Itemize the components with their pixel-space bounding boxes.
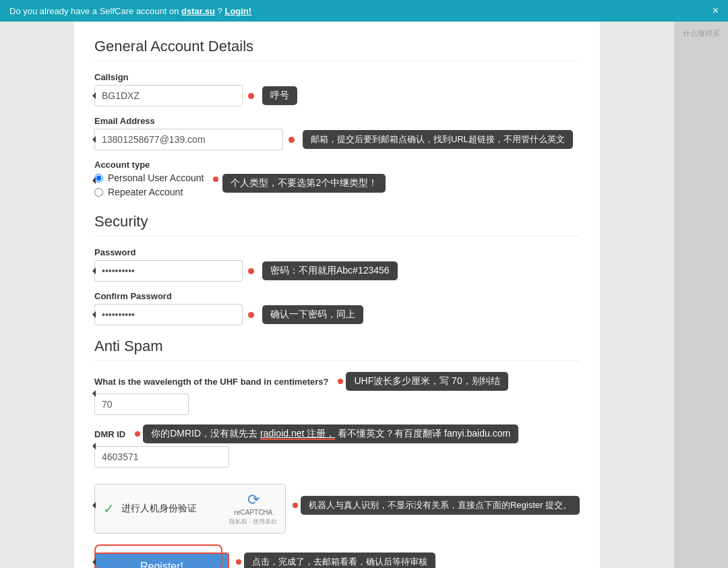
dmr-required-dot [135,431,140,437]
email-input[interactable] [94,129,283,150]
captcha-check-icon: ✓ [103,501,115,517]
general-section-title: General Account Details [94,38,580,61]
captcha-widget[interactable]: ✓ 进行人机身份验证 ⟳ reCAPTCHA 隐私权 - 使用条款 [94,484,286,534]
dmr-input[interactable] [94,446,229,468]
callsign-required-dot [248,93,254,99]
register-required-dot [236,559,241,565]
register-button[interactable]: Register! [94,553,229,568]
uhf-input[interactable] [94,393,189,415]
dmr-field-group: DMR ID 你的DMRID，没有就先去 radioid.net 注册， 看不懂… [94,424,580,468]
captcha-logo: ⟳ reCAPTCHA 隐私权 - 使用条款 [229,491,277,526]
security-section-title: Security [94,213,580,236]
dmr-label: DMR ID [94,429,125,439]
email-field-group: Email Address 邮箱，提交后要到邮箱点确认，找到URL超链接，不用管… [94,116,580,150]
repeater-account-option[interactable]: Repeater Account [94,187,204,197]
register-group: Register! 点击，完成了，去邮箱看看，确认后等待审核 [94,543,580,568]
actype-annotation: 个人类型，不要选第2个中继类型！ [222,174,386,193]
repeater-account-label: Repeater Account [108,187,183,197]
uhf-required-dot [338,379,343,384]
right-sidebar: 什么值得买 [674,22,728,568]
dmr-annotation: 你的DMRID，没有就先去 radioid.net 注册， 看不懂英文？有百度翻… [143,424,518,443]
password-annotation: 密码：不用就用Abc#123456 [262,261,398,280]
recaptcha-label: reCAPTCHA [235,509,273,516]
callsign-input[interactable] [94,85,243,106]
account-type-label: Account type [94,160,580,170]
banner-text: Do you already have a SelfCare account o… [9,6,251,16]
captcha-group: ✓ 进行人机身份验证 ⟳ reCAPTCHA 隐私权 - 使用条款 机器人与真人… [94,477,580,534]
repeater-radio[interactable] [94,188,103,197]
confirm-required-dot [248,312,254,318]
captcha-required-dot [293,503,298,508]
recaptcha-icon: ⟳ [247,491,260,509]
uhf-field-group: What is the wavelength of the UHF band i… [94,372,580,415]
dstar-link[interactable]: dstar.su [181,6,215,16]
confirm-password-label: Confirm Password [94,291,580,301]
email-label: Email Address [94,116,580,126]
page-wrapper: Do you already have a SelfCare account o… [0,0,728,568]
password-label: Password [94,247,580,257]
captcha-label: 进行人机身份验证 [121,503,229,515]
password-field-group: Password 密码：不用就用Abc#123456 [94,247,580,282]
callsign-label: Callsign [94,72,580,82]
personal-radio[interactable] [94,174,103,183]
confirm-password-input[interactable] [94,304,243,325]
antispam-section-title: Anti Spam [94,338,580,361]
password-required-dot [248,268,254,274]
confirm-annotation: 确认一下密码，同上 [262,305,363,324]
uhf-label: What is the wavelength of the UHF band i… [94,377,328,387]
captcha-subtext: 隐私权 - 使用条款 [229,517,277,526]
email-annotation: 邮箱，提交后要到邮箱点确认，找到URL超链接，不用管什么英文 [303,130,573,149]
email-required-dot [289,137,295,143]
banner-close-button[interactable]: × [712,5,719,16]
personal-account-option[interactable]: Personal User Account [94,172,204,183]
top-banner: Do you already have a SelfCare account o… [0,0,728,22]
confirm-password-field-group: Confirm Password 确认一下密码，同上 [94,291,580,325]
uhf-annotation: UHF波长多少厘米，写 70，别纠结 [346,372,508,391]
actype-required-dot [213,177,218,182]
login-link[interactable]: Login! [224,6,251,16]
dmr-link-text: radioid.net 注册， [260,428,335,440]
captcha-annotation: 机器人与真人识别，不显示没有关系，直接点下面的Register 提交。 [301,496,580,515]
register-annotation: 点击，完成了，去邮箱看看，确认后等待审核 [244,553,435,568]
callsign-annotation: 呼号 [262,86,297,105]
callsign-field-group: Callsign 呼号 [94,72,580,106]
personal-account-label: Personal User Account [108,172,204,183]
password-input[interactable] [94,260,243,282]
watermark: 什么值得买 [674,22,728,45]
account-type-field-group: Account type Personal User Account Repea… [94,160,580,201]
